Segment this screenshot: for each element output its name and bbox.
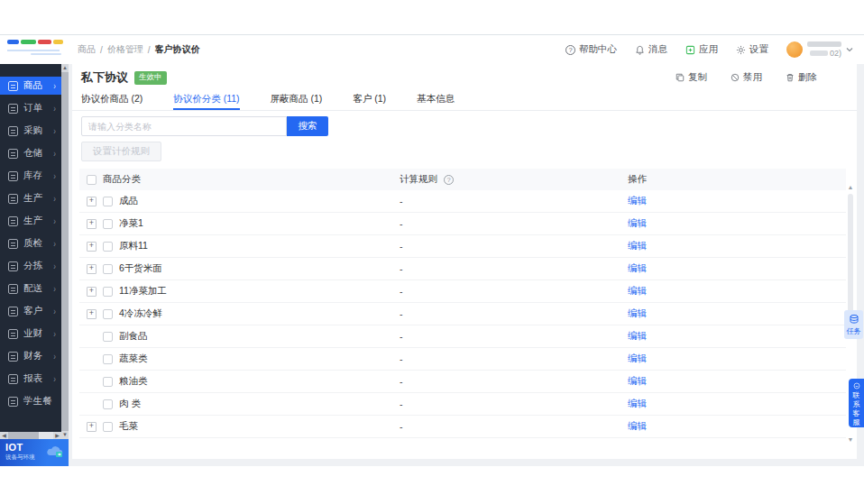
- edit-link[interactable]: 编辑: [628, 375, 647, 388]
- settings-button[interactable]: 设置: [736, 43, 768, 56]
- sidebar-horizontal-scrollbar[interactable]: ◀ ▶: [0, 432, 61, 439]
- row-checkbox[interactable]: [103, 197, 113, 206]
- edit-link[interactable]: 编辑: [628, 307, 647, 320]
- edit-link[interactable]: 编辑: [628, 420, 647, 433]
- row-checkbox[interactable]: [103, 287, 113, 297]
- category-name: 6干货米面: [119, 262, 162, 275]
- finance-icon: [8, 352, 18, 362]
- row-checkbox[interactable]: [103, 422, 113, 432]
- column-category: 商品分类: [103, 173, 141, 186]
- user-menu[interactable]: 02): [786, 41, 853, 58]
- task-stack-icon: [849, 314, 859, 325]
- tab-customers[interactable]: 客户 (1): [353, 93, 386, 110]
- sidebar: 商品› 订单› 采购› 仓储› 库存› 生产› 生产› 质检› 分拣› 配送› …: [0, 64, 69, 439]
- sidebar-item-quality[interactable]: 质检›: [0, 234, 61, 252]
- sidebar-item-inventory[interactable]: 库存›: [0, 167, 61, 185]
- expand-icon[interactable]: [87, 242, 97, 252]
- help-center-button[interactable]: ? 帮助中心: [565, 43, 617, 56]
- expand-icon[interactable]: [87, 287, 97, 297]
- sidebar-vertical-scrollbar[interactable]: ▲ ▼: [61, 64, 69, 439]
- breadcrumb-item[interactable]: 价格管理: [107, 43, 143, 56]
- tab-agreement-goods[interactable]: 协议价商品 (2): [81, 93, 142, 110]
- tab-basic-info[interactable]: 基本信息: [417, 93, 455, 110]
- settings-label: 设置: [749, 43, 768, 56]
- scroll-left-arrow[interactable]: ◀: [0, 432, 8, 439]
- copy-button[interactable]: 复制: [676, 71, 707, 84]
- status-badge: 生效中: [134, 71, 167, 85]
- sidebar-item-orders[interactable]: 订单›: [0, 99, 61, 117]
- search-input[interactable]: [81, 116, 287, 136]
- column-rule: 计算规则: [400, 173, 437, 186]
- disable-button[interactable]: 禁用: [731, 71, 762, 84]
- row-checkbox[interactable]: [103, 399, 113, 409]
- row-checkbox[interactable]: [103, 264, 113, 274]
- app-window: 商品/ 价格管理/ 客户协议价 ? 帮助中心 消息 应用: [0, 34, 864, 466]
- tab-agreement-categories[interactable]: 协议价分类 (11): [173, 93, 239, 110]
- category-name: 蔬菜类: [119, 353, 148, 365]
- messages-label: 消息: [648, 43, 667, 56]
- scroll-right-arrow[interactable]: ▶: [53, 432, 61, 439]
- scroll-down-arrow[interactable]: ▼: [61, 431, 69, 439]
- sidebar-item-finance[interactable]: 财务›: [0, 347, 61, 365]
- set-pricing-rule-button[interactable]: 设置计价规则: [81, 142, 161, 161]
- info-icon[interactable]: ?: [444, 175, 454, 185]
- contact-support-button[interactable]: 联系客服: [849, 379, 864, 427]
- row-checkbox[interactable]: [103, 332, 113, 342]
- apps-button[interactable]: 应用: [685, 43, 718, 56]
- edit-link[interactable]: 编辑: [628, 240, 647, 252]
- sidebar-item-business-finance[interactable]: 业财›: [0, 325, 61, 343]
- table-row: 肉 类 - 编辑: [79, 393, 846, 416]
- row-checkbox[interactable]: [103, 354, 113, 364]
- search-button[interactable]: 搜索: [287, 116, 328, 136]
- sidebar-item-purchase[interactable]: 采购›: [0, 122, 61, 140]
- edit-link[interactable]: 编辑: [628, 195, 647, 207]
- tab-blocked-goods[interactable]: 屏蔽商品 (1): [271, 93, 323, 110]
- expand-icon[interactable]: [87, 309, 97, 319]
- select-all-checkbox[interactable]: [87, 175, 97, 185]
- expand-icon[interactable]: [87, 422, 97, 432]
- chevron-down-icon: [846, 47, 853, 52]
- edit-link[interactable]: 编辑: [628, 398, 647, 410]
- sidebar-item-student-meal[interactable]: 学生餐: [0, 392, 61, 410]
- scrollbar-thumb[interactable]: [8, 432, 39, 439]
- expand-icon[interactable]: [87, 219, 97, 229]
- breadcrumb-item[interactable]: 商品: [78, 43, 96, 56]
- sidebar-item-production-1[interactable]: 生产›: [0, 189, 61, 207]
- chevron-right-icon: ›: [53, 215, 56, 227]
- sidebar-item-customers[interactable]: 客户›: [0, 302, 61, 320]
- scroll-up-arrow[interactable]: ▲: [846, 183, 855, 192]
- edit-link[interactable]: 编辑: [628, 330, 647, 343]
- expand-icon[interactable]: [87, 197, 97, 206]
- iot-module-banner[interactable]: IOT 设备与环境: [0, 439, 69, 466]
- row-checkbox[interactable]: [103, 242, 113, 252]
- sidebar-item-warehouse[interactable]: 仓储›: [0, 144, 61, 162]
- chevron-right-icon: ›: [53, 80, 56, 92]
- expand-icon[interactable]: [87, 264, 97, 274]
- row-checkbox[interactable]: [103, 309, 113, 319]
- sidebar-item-production-2[interactable]: 生产›: [0, 212, 61, 230]
- edit-link[interactable]: 编辑: [628, 217, 647, 230]
- chevron-right-icon: ›: [53, 170, 56, 182]
- task-label: 任务: [847, 326, 861, 336]
- chevron-right-icon: ›: [53, 238, 56, 250]
- scroll-down-arrow[interactable]: ▼: [846, 435, 855, 444]
- delete-button[interactable]: 删除: [786, 71, 817, 84]
- scroll-up-arrow[interactable]: ▲: [61, 64, 69, 72]
- sidebar-item-goods[interactable]: 商品›: [0, 77, 61, 95]
- messages-button[interactable]: 消息: [635, 43, 667, 56]
- chevron-right-icon: ›: [53, 283, 56, 295]
- sorting-icon: [8, 261, 18, 271]
- chevron-right-icon: ›: [53, 193, 56, 205]
- row-checkbox[interactable]: [103, 219, 113, 229]
- edit-link[interactable]: 编辑: [628, 285, 647, 298]
- sidebar-item-delivery[interactable]: 配送›: [0, 279, 61, 298]
- task-widget-button[interactable]: 任务: [844, 310, 863, 339]
- top-bar: 商品/ 价格管理/ 客户协议价 ? 帮助中心 消息 应用: [0, 35, 864, 64]
- edit-link[interactable]: 编辑: [628, 262, 647, 275]
- edit-link[interactable]: 编辑: [628, 353, 647, 365]
- row-checkbox[interactable]: [103, 377, 113, 387]
- table-header: 商品分类 计算规则? 操作: [79, 169, 846, 190]
- sidebar-item-reports[interactable]: 报表›: [0, 370, 61, 388]
- sidebar-item-sorting[interactable]: 分拣›: [0, 257, 61, 275]
- scrollbar-thumb[interactable]: [61, 72, 69, 431]
